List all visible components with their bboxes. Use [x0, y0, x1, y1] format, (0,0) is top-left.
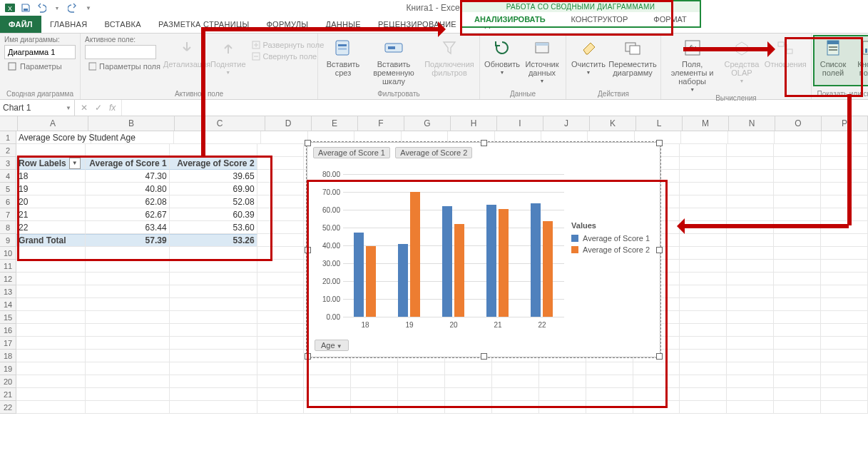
- tab-analyze[interactable]: АНАЛИЗИРОВАТЬ: [461, 12, 558, 26]
- cell[interactable]: [774, 401, 821, 414]
- cell[interactable]: [170, 350, 257, 362]
- cell[interactable]: [492, 362, 539, 375]
- column-header[interactable]: B: [88, 116, 175, 131]
- cell[interactable]: [86, 260, 169, 273]
- resize-handle[interactable]: [305, 140, 311, 146]
- row-header[interactable]: 1: [0, 131, 16, 144]
- column-header[interactable]: O: [775, 116, 822, 131]
- cell[interactable]: [304, 362, 351, 375]
- cell[interactable]: [680, 324, 727, 337]
- cell[interactable]: [680, 388, 727, 401]
- cell[interactable]: [257, 324, 305, 337]
- cell[interactable]: [727, 157, 774, 170]
- cell[interactable]: [86, 324, 169, 337]
- tab-insert[interactable]: ВСТАВКА: [96, 16, 149, 33]
- cell[interactable]: [257, 273, 305, 285]
- cell[interactable]: [774, 234, 821, 247]
- cell[interactable]: [257, 401, 305, 414]
- resize-handle[interactable]: [656, 247, 663, 253]
- cell[interactable]: [86, 362, 169, 375]
- insert-slicer-button[interactable]: Вставить срез: [322, 36, 364, 77]
- cell[interactable]: 22: [16, 221, 86, 234]
- cell[interactable]: [257, 144, 305, 157]
- row-header[interactable]: 4: [0, 170, 16, 183]
- row-header[interactable]: 17: [0, 337, 16, 350]
- row-header[interactable]: 3: [0, 157, 16, 170]
- cell[interactable]: [774, 311, 821, 324]
- column-header[interactable]: F: [358, 116, 404, 131]
- cell[interactable]: [86, 247, 169, 260]
- cell[interactable]: [257, 195, 305, 208]
- cell[interactable]: [727, 208, 774, 221]
- cell[interactable]: [586, 375, 633, 388]
- cell[interactable]: [774, 375, 821, 388]
- clear-button[interactable]: Очистить▼: [571, 36, 606, 76]
- cell[interactable]: [170, 375, 257, 388]
- fields-items-sets-button[interactable]: fxПоля, элементы и наборы▼: [665, 36, 719, 93]
- cell[interactable]: [16, 324, 86, 337]
- plot-area[interactable]: 0.0010.0020.0030.0040.0050.0060.0070.008…: [343, 174, 564, 317]
- cell[interactable]: [16, 337, 86, 350]
- cell[interactable]: [86, 401, 169, 414]
- cell[interactable]: [727, 324, 774, 337]
- cell[interactable]: [257, 183, 305, 195]
- cell[interactable]: 40.80: [86, 183, 169, 195]
- cell[interactable]: [680, 195, 727, 208]
- cell[interactable]: [351, 401, 398, 414]
- row-header[interactable]: 12: [0, 273, 16, 285]
- cell[interactable]: [170, 401, 257, 414]
- cell[interactable]: [727, 273, 774, 285]
- cell[interactable]: [445, 362, 492, 375]
- cell[interactable]: [257, 170, 305, 183]
- cell[interactable]: [304, 375, 351, 388]
- cell[interactable]: [170, 285, 257, 298]
- cell[interactable]: [821, 362, 868, 375]
- cell[interactable]: 69.90: [170, 183, 257, 195]
- cell[interactable]: [774, 170, 821, 183]
- field-buttons-button[interactable]: Кнопки полей▼: [853, 36, 868, 84]
- worksheet-grid[interactable]: ABCDEFGHIJKLMNOP 1Average Score by Stude…: [0, 116, 868, 414]
- cell[interactable]: [170, 260, 257, 273]
- cell[interactable]: [16, 350, 86, 362]
- cell[interactable]: [774, 208, 821, 221]
- row-header[interactable]: 13: [0, 285, 16, 298]
- cell[interactable]: [16, 311, 86, 324]
- column-header[interactable]: P: [822, 116, 868, 131]
- cell[interactable]: [774, 337, 821, 350]
- column-header[interactable]: J: [543, 116, 590, 131]
- bar[interactable]: [543, 221, 553, 317]
- cell[interactable]: [727, 362, 774, 375]
- cell[interactable]: [16, 375, 86, 388]
- cell[interactable]: [680, 144, 727, 157]
- cell[interactable]: [821, 375, 868, 388]
- undo-icon[interactable]: [36, 2, 47, 14]
- qat-customize-icon[interactable]: ▼: [83, 2, 94, 14]
- cell[interactable]: [774, 388, 821, 401]
- resize-handle[interactable]: [305, 247, 311, 253]
- cell[interactable]: [774, 285, 821, 298]
- tab-design[interactable]: КОНСТРУКТОР: [558, 12, 641, 26]
- cell[interactable]: [727, 388, 774, 401]
- cell[interactable]: [821, 311, 868, 324]
- cell[interactable]: [821, 208, 868, 221]
- active-field-input[interactable]: [85, 45, 156, 59]
- cell[interactable]: [539, 362, 586, 375]
- cell[interactable]: [727, 350, 774, 362]
- cell[interactable]: [86, 375, 169, 388]
- resize-handle[interactable]: [656, 353, 663, 360]
- cell[interactable]: [821, 388, 868, 401]
- row-header[interactable]: 16: [0, 324, 16, 337]
- cell[interactable]: [681, 131, 727, 144]
- name-box[interactable]: Chart 1▼: [0, 100, 75, 116]
- cell[interactable]: [680, 183, 727, 195]
- row-header[interactable]: 7: [0, 208, 16, 221]
- insert-timeline-button[interactable]: Вставить временную шкалу: [367, 36, 421, 86]
- redo-icon[interactable]: [67, 2, 78, 14]
- cell[interactable]: 60.39: [170, 208, 257, 221]
- cell[interactable]: [257, 375, 305, 388]
- pivot-title-cell[interactable]: Average Score by Student Age: [16, 131, 91, 144]
- cell[interactable]: [16, 401, 86, 414]
- cell[interactable]: [774, 260, 821, 273]
- cell[interactable]: Average of Score 2: [170, 157, 257, 170]
- cell[interactable]: [822, 131, 868, 144]
